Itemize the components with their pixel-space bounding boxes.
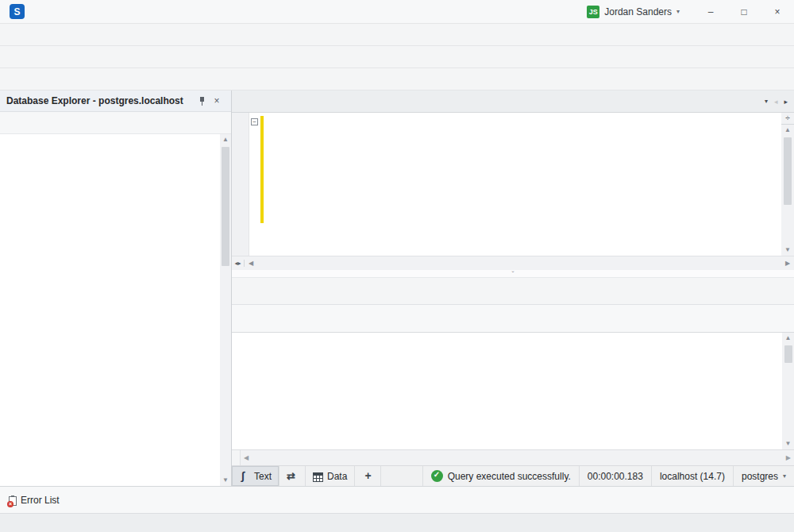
user-menu-dropdown[interactable]: ▾ — [676, 8, 680, 15]
scroll-left-icon[interactable]: ◀ — [245, 258, 257, 269]
user-name: Jordan Sanders — [604, 6, 672, 17]
add-view-button[interactable] — [355, 466, 381, 486]
chevron-down-icon: ▾ — [783, 472, 786, 480]
scroll-thumb[interactable] — [222, 147, 229, 266]
document-area: ▾ ◂ ▸ − ÷ ▲ ▼ ◂▸ ◀ ▶ ˇ ▲ ▼ ◀ — [232, 91, 794, 486]
grid-horizontal-scrollbar[interactable]: ◀ ▶ — [240, 450, 794, 465]
sql-editor[interactable]: − ÷ ▲ ▼ — [232, 113, 794, 256]
error-list-label[interactable]: Error List — [21, 495, 60, 506]
status-group: Query executed successfully. 00:00:00.18… — [422, 466, 794, 486]
splitter-handle[interactable]: ◂▸ — [232, 260, 245, 267]
scroll-up-icon[interactable]: ▲ — [220, 134, 231, 145]
pin-panel-button[interactable] — [193, 96, 209, 106]
explorer-header: Database Explorer - postgres.localhost × — [0, 91, 231, 112]
object-tree: ▲ ▼ — [0, 134, 231, 486]
scroll-thumb[interactable] — [784, 137, 792, 205]
file-toolbar — [0, 24, 794, 46]
editor-margin — [232, 113, 249, 256]
tab-navigation: ▾ ◂ ▸ — [758, 91, 794, 112]
titlebar-right: JS Jordan Sanders ▾ – □ × — [587, 0, 794, 23]
explorer-title: Database Explorer - postgres.localhost — [6, 95, 193, 106]
connection-toolbar — [0, 46, 794, 68]
server-info: localhost (14.7) — [651, 466, 733, 486]
explorer-toolbar — [0, 112, 231, 134]
scroll-down-icon[interactable]: ▼ — [783, 438, 794, 449]
scroll-down-icon[interactable]: ▼ — [220, 475, 231, 486]
modified-lines-bar — [260, 116, 264, 223]
data-grid-icon — [313, 472, 323, 482]
grid-vertical-scrollbar[interactable]: ▲ ▼ — [782, 333, 794, 449]
close-panel-button[interactable]: × — [209, 95, 225, 106]
error-list-icon — [9, 496, 17, 506]
status-message: Query executed successfully. — [448, 471, 571, 482]
document-bottom-bar: Text Data Query executed successfully. 0… — [232, 465, 794, 486]
tab-text-view[interactable]: Text — [232, 466, 279, 486]
record-navigator: ◀ ▶ — [232, 449, 794, 465]
scroll-down-icon[interactable]: ▼ — [782, 245, 793, 256]
scroll-tabs-right-button[interactable]: ▸ — [784, 98, 788, 106]
scroll-up-icon[interactable]: ▲ — [782, 125, 793, 136]
collapse-results-splitter[interactable]: ˇ — [232, 270, 794, 278]
tree-scrollbar[interactable]: ▲ ▼ — [220, 134, 231, 486]
plus-icon — [362, 471, 373, 482]
sql-doc-icon — [239, 471, 250, 482]
app-logo-icon: S — [10, 4, 25, 19]
tab-data-label: Data — [327, 471, 347, 482]
tab-text-label: Text — [254, 471, 272, 482]
minimize-button[interactable]: – — [694, 0, 727, 23]
scroll-thumb[interactable] — [784, 345, 792, 363]
pin-icon — [198, 96, 206, 106]
swap-icon — [287, 471, 298, 482]
maximize-button[interactable]: □ — [727, 0, 761, 23]
editor-horizontal-scrollbar[interactable]: ◂▸ ◀ ▶ — [232, 256, 794, 270]
split-editor-handle[interactable]: ÷ — [781, 113, 794, 125]
query-status: Query executed successfully. — [422, 466, 579, 486]
scroll-left-icon[interactable]: ◀ — [241, 454, 252, 461]
tab-data-view[interactable]: Data — [306, 466, 355, 486]
tab-list-dropdown[interactable]: ▾ — [765, 98, 768, 105]
execute-toolbar — [0, 68, 794, 91]
results-grid: ▲ ▼ — [232, 305, 794, 449]
grid-header-row — [232, 305, 794, 333]
editor-vertical-scrollbar[interactable]: ÷ ▲ ▼ — [781, 113, 794, 256]
scroll-right-icon[interactable]: ▶ — [781, 258, 794, 269]
error-list-bar: Error List — [0, 486, 794, 513]
scroll-right-icon[interactable]: ▶ — [783, 454, 794, 461]
elapsed-time: 00:00:00.183 — [579, 466, 651, 486]
scroll-up-icon[interactable]: ▲ — [783, 333, 794, 344]
results-toolbar — [232, 278, 794, 305]
user-avatar: JS — [587, 6, 599, 18]
database-explorer-panel: Database Explorer - postgres.localhost ×… — [0, 91, 232, 486]
success-icon — [431, 470, 443, 482]
scroll-tabs-left-button[interactable]: ◂ — [774, 98, 778, 106]
title-bar: S JS Jordan Sanders ▾ – □ × — [0, 0, 794, 24]
swap-view-button[interactable] — [279, 466, 306, 486]
window-status-strip — [0, 513, 794, 532]
database-name: postgres — [742, 471, 778, 482]
database-selector[interactable]: postgres ▾ — [733, 466, 794, 486]
close-button[interactable]: × — [761, 0, 794, 23]
document-tab-strip: ▾ ◂ ▸ — [232, 91, 794, 113]
fold-marker-icon[interactable]: − — [251, 118, 258, 125]
